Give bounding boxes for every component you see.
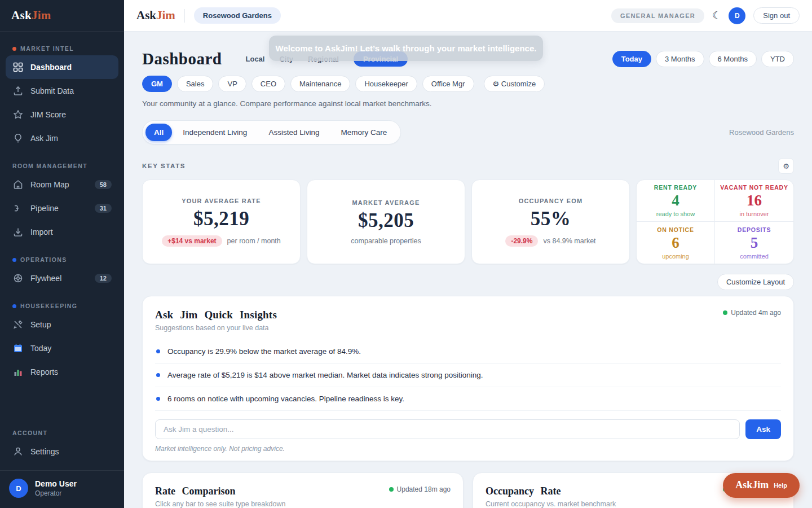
help-brand-label: AskJim [735,479,769,491]
stat-title: YOUR AVERAGE RATE [182,198,261,204]
sidebar-user[interactable]: D Demo User Operator [0,470,124,508]
sidebar-item-label: Settings [30,447,59,456]
mini-title: VACANT NOT READY [720,184,788,191]
person-icon [12,446,24,457]
segment-tab-independent-living[interactable]: Independent Living [172,124,258,141]
role-tab-office-mgr[interactable]: Office Mgr [422,76,474,92]
orange-dot-icon [12,47,16,51]
sidebar-item-settings[interactable]: Settings [6,440,118,463]
rate-comparison-subtitle: Click any bar to see suite type breakdow… [155,500,285,508]
sidebar-item-submit-data[interactable]: Submit Data [6,79,118,103]
welcome-toast: Welcome to AskJim! Let’s walk through yo… [269,36,543,61]
sidebar-item-label: Flywheel [30,274,61,283]
time-tab-3-months[interactable]: 3 Months [656,51,704,67]
upload-icon [12,85,24,97]
askjim-help-button[interactable]: AskJim Help [723,473,800,498]
time-tab-6-months[interactable]: 6 Months [709,51,757,67]
keystats-settings-button[interactable]: ⚙ [778,158,794,174]
moon-icon[interactable]: ☾ [712,11,721,20]
ask-jim-input[interactable] [155,419,740,439]
sign-out-button[interactable]: Sign out [753,7,800,24]
section-label: MARKET INTEL [20,45,74,52]
insight-item: Average rate of $5,219 is $14 above mark… [155,364,781,387]
rate-comparison-updated: Updated 18m ago [389,485,451,493]
mini-value: 16 [747,192,762,209]
calendar-icon [12,343,24,354]
keystats-header: KEY STATS ⚙ [142,158,794,174]
sidebar-item-label: Reports [30,367,58,376]
tab-local[interactable]: Local [246,55,265,63]
role-tab-maintenance[interactable]: Maintenance [290,76,350,92]
room-map-count-badge: 58 [95,180,112,189]
role-tab-sales[interactable]: Sales [177,76,214,92]
sidebar-item-label: Dashboard [30,63,72,72]
segment-tab-all[interactable]: All [145,124,172,141]
community-name-label: Rosewood Gardens [729,128,794,137]
stat-value: $5,219 [193,208,249,230]
insight-list: Occupancy is 29.9% below the market aver… [155,340,781,411]
sidebar-item-import[interactable]: Import [6,220,118,244]
role-tab-ceo[interactable]: CEO [251,76,285,92]
segment-tab-assisted-living[interactable]: Assisted Living [258,124,330,141]
rate-comparison-card: Rate Comparison Click any bar to see sui… [142,472,464,508]
sidebar-item-dashboard[interactable]: Dashboard [6,55,118,79]
status-dot-icon [389,487,394,492]
sidebar-item-label: JIM Score [30,110,66,119]
role-tab-vp[interactable]: VP [218,76,246,92]
mini-note: upcoming [662,253,689,260]
user-avatar: D [9,479,28,498]
role-tabs: GM Sales VP CEO Maintenance Housekeeper … [142,76,794,92]
mini-value: 5 [751,234,758,252]
page-title: Dashboard [142,50,222,68]
mini-title: ON NOTICE [657,226,694,233]
customize-label: Customize [501,80,536,88]
segment-row: All Independent Living Assisted Living M… [142,120,794,144]
stat-value: $5,205 [358,209,414,232]
vs-market-badge: +$14 vs market [162,235,222,247]
sidebar-item-reports[interactable]: Reports [6,360,118,384]
bar-chart-icon [12,366,24,378]
page-subtitle: Your community at a glance. Compare perf… [142,99,794,108]
customize-roles-button[interactable]: ⚙ Customize [484,76,545,92]
sidebar-item-jim-score[interactable]: JIM Score [6,103,118,126]
status-dot-icon [723,310,727,315]
header-logo: AskJim [136,8,175,23]
sidebar-item-label: Import [30,227,53,237]
role-tab-housekeeper[interactable]: Housekeeper [355,76,417,92]
sidebar-item-room-map[interactable]: Room Map 58 [6,173,118,196]
sidebar-item-ask-jim[interactable]: Ask Jim [6,126,118,150]
avatar[interactable]: D [729,7,745,24]
stat-note: per room / month [227,237,281,245]
time-tab-today[interactable]: Today [612,51,651,67]
role-tab-gm[interactable]: GM [142,76,172,92]
sidebar-item-today[interactable]: Today [6,336,118,360]
logo-ask: Ask [136,8,156,22]
insight-item: Occupancy is 29.9% below the market aver… [155,340,781,364]
sidebar-item-setup[interactable]: Setup [6,313,118,336]
sidebar-item-flywheel[interactable]: Flywheel 12 [6,266,118,290]
mini-note: committed [740,253,769,260]
logo-jim: Jim [156,8,175,22]
bottom-charts-row: Rate Comparison Click any bar to see sui… [142,472,794,508]
gear-icon: ⚙ [783,162,789,170]
mini-note: ready to show [656,211,695,217]
stat-title: OCCUPANCY EOM [519,198,583,204]
occupancy-title: Occupancy Rate [486,485,616,497]
stat-value: 55% [531,208,571,230]
section-housekeeping: HOUSEKEEPING [6,297,118,313]
section-label: HOUSEKEEPING [20,303,77,309]
segment-tab-memory-care[interactable]: Memory Care [330,124,398,141]
lightbulb-icon [12,133,24,144]
header-divider [184,9,185,23]
sidebar-item-pipeline[interactable]: Pipeline 31 [6,196,118,220]
occupancy-subtitle: Current occupancy vs. market benchmark [486,500,616,508]
insights-updated: Updated 4m ago [723,309,781,317]
sidebar-item-label: Submit Data [30,86,74,95]
blue-dot-icon [12,258,16,262]
community-pill[interactable]: Rosewood Gardens [194,7,281,24]
customize-layout-button[interactable]: Customize Layout [717,274,794,290]
role-badge: GENERAL MANAGER [611,8,704,23]
time-tab-ytd[interactable]: YTD [761,51,794,67]
ask-button[interactable]: Ask [745,419,781,439]
mini-value: 6 [672,234,679,252]
